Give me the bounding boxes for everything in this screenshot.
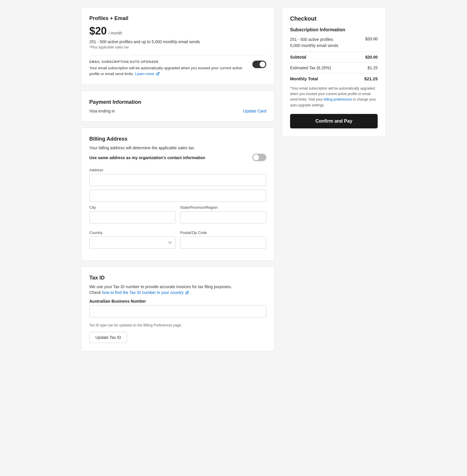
billing-title: Billing Address bbox=[89, 136, 266, 142]
payment-title: Payment Information bbox=[89, 99, 266, 105]
update-tax-button[interactable]: Update Tax ID bbox=[89, 332, 127, 343]
price-amount: $20 bbox=[89, 25, 107, 37]
city-label: City bbox=[89, 205, 175, 210]
billing-address-card: Billing Address Your billing address wil… bbox=[81, 128, 275, 261]
profiles-title: Profiles + Email bbox=[89, 15, 266, 21]
checkout-line-amount: $20.00 bbox=[365, 37, 378, 41]
checkout-note: *Your email subscription will be automat… bbox=[290, 86, 378, 108]
tax-id-title: Tax ID bbox=[89, 275, 266, 281]
external-link-icon bbox=[156, 72, 160, 76]
total-label: Monthly Total bbox=[290, 76, 318, 81]
update-card-link[interactable]: Update Card bbox=[243, 109, 266, 113]
tax-id-card: Tax ID We use your Tax ID number to prov… bbox=[81, 266, 275, 351]
checkout-profiles-text: 251 - 500 active profiles bbox=[290, 37, 365, 43]
subtotal-amount: $20.00 bbox=[365, 55, 378, 59]
checkout-title: Checkout bbox=[290, 15, 378, 22]
state-input[interactable] bbox=[180, 211, 266, 224]
checkout-total: Monthly Total $21.25 bbox=[290, 76, 378, 81]
country-select[interactable] bbox=[89, 237, 175, 249]
tax-id-country-link[interactable]: how to find the Tax ID number in your co… bbox=[102, 290, 190, 295]
auto-upgrade-desc: Your email subscription will be automati… bbox=[89, 65, 248, 77]
billing-desc: Your billing address will determine the … bbox=[89, 146, 266, 150]
tax-field-label: Austrailian Business Number bbox=[89, 299, 266, 304]
same-address-label: Use same address as my organization's co… bbox=[89, 155, 205, 160]
checkout-divider-3 bbox=[290, 73, 378, 73]
profiles-description: 251 - 500 active profiles and up to 5,00… bbox=[89, 39, 266, 44]
divider bbox=[89, 55, 266, 55]
visa-label: Visa ending in bbox=[89, 109, 115, 113]
city-input[interactable] bbox=[89, 211, 175, 224]
confirm-and-pay-button[interactable]: Confirm and Pay bbox=[290, 114, 378, 128]
country-label: Country bbox=[89, 230, 175, 235]
checkout-divider-2 bbox=[290, 62, 378, 63]
payment-information-card: Payment Information Visa ending in Updat… bbox=[81, 91, 275, 122]
tax-label: Estimated Tax (6.25%) bbox=[290, 66, 331, 70]
auto-upgrade-label: EMAIL SUBSCRIPTION AUTO UPGRADE bbox=[89, 60, 248, 63]
checkout-line-profiles: 251 - 500 active profiles 5,000 monthly … bbox=[290, 37, 378, 49]
same-address-toggle[interactable] bbox=[252, 154, 266, 162]
profiles-tax-note: *Plus applicable sales tax bbox=[89, 45, 266, 49]
learn-more-link[interactable]: Learn more bbox=[135, 72, 160, 76]
tax-amount: $1.25 bbox=[368, 66, 378, 70]
subscription-info-label: Subscription Information bbox=[290, 27, 378, 32]
address-input[interactable] bbox=[89, 174, 266, 186]
tax-check-row: Check how to find the Tax ID number in y… bbox=[89, 290, 266, 295]
price-period: / month bbox=[108, 31, 122, 35]
checkout-tax-line: Estimated Tax (6.25%) $1.25 bbox=[290, 66, 378, 70]
billing-prefs-link[interactable]: billing preferences bbox=[324, 97, 353, 101]
checkout-subtotal: Subtotal $20.00 bbox=[290, 55, 378, 59]
auto-upgrade-toggle[interactable] bbox=[252, 61, 266, 69]
postal-input[interactable] bbox=[180, 237, 266, 249]
address2-input[interactable] bbox=[89, 190, 266, 202]
tax-desc: We use your Tax ID number to provide acc… bbox=[89, 284, 266, 289]
checkout-email-text: 5,000 monthly email sends bbox=[290, 43, 365, 49]
postal-label: Postal/Zip Code bbox=[180, 230, 266, 235]
total-amount: $21.25 bbox=[364, 76, 378, 81]
checkout-panel: Checkout Subscription Information 251 - … bbox=[282, 7, 386, 137]
state-label: State/Province/Region bbox=[180, 205, 266, 210]
tax-note: Tax ID type can be updated on the Billin… bbox=[89, 323, 266, 327]
checkout-divider-1 bbox=[290, 52, 378, 52]
external-link-icon-2 bbox=[185, 291, 189, 295]
subtotal-label: Subtotal bbox=[290, 55, 306, 59]
profiles-email-card: Profiles + Email $20 / month 251 - 500 a… bbox=[81, 7, 275, 85]
tax-id-input[interactable] bbox=[89, 305, 266, 317]
address-label: Address bbox=[89, 168, 266, 172]
